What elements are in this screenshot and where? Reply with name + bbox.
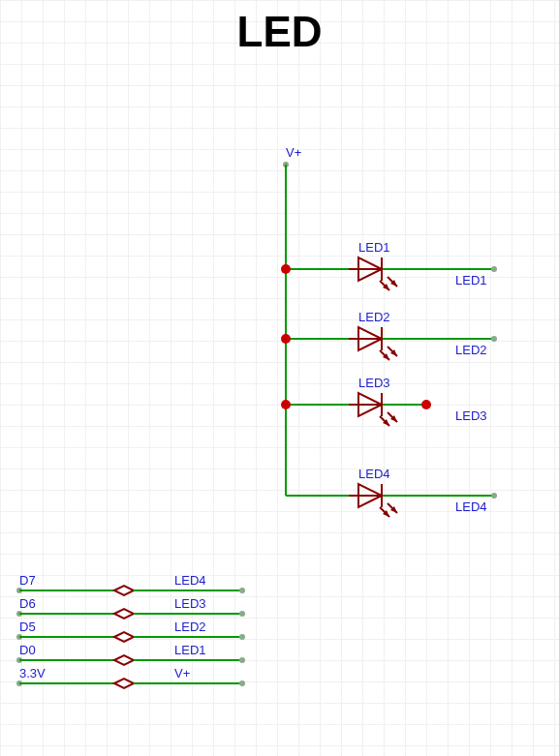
led3-extra-junction (421, 400, 431, 409)
conn2-right-label: LED2 (174, 620, 206, 634)
led1-terminal (491, 266, 497, 272)
conn3-left-label: D0 (19, 643, 36, 657)
led2-net: LED2 (455, 343, 487, 357)
led1-junction (281, 264, 291, 274)
led-symbol-1 (358, 257, 397, 290)
led-symbol-4 (358, 484, 397, 517)
conn4-right-label: V+ (174, 666, 190, 680)
led3-junction (281, 400, 291, 409)
conn1-diamond-icon (114, 609, 134, 619)
led2-junction (281, 334, 291, 344)
led3-ref: LED3 (358, 376, 390, 390)
led2-ref: LED2 (358, 310, 390, 324)
conn2-left-label: D5 (19, 620, 36, 634)
conn3-diamond-icon (114, 655, 134, 665)
led-symbol-3 (358, 393, 397, 426)
led1-ref: LED1 (358, 240, 390, 255)
conn4-diamond-icon (114, 679, 134, 688)
conn2-right-pin (239, 634, 245, 640)
led1-net: LED1 (455, 273, 487, 287)
led2-terminal (491, 336, 497, 342)
led4-ref: LED4 (358, 467, 390, 481)
conn0-right-label: LED4 (174, 573, 206, 588)
conn0-diamond-icon (114, 586, 134, 595)
conn1-right-pin (239, 611, 245, 617)
schematic-svg: V+ LED1 LED1 (0, 0, 559, 756)
conn3-right-pin (239, 657, 245, 663)
led4-terminal (491, 493, 497, 499)
conn4-right-pin (239, 680, 245, 686)
led3-net: LED3 (455, 408, 487, 423)
conn1-left-label: D6 (19, 596, 36, 611)
led4-net: LED4 (455, 499, 487, 514)
conn2-diamond-icon (114, 632, 134, 642)
conn3-right-label: LED1 (174, 643, 206, 657)
conn1-right-label: LED3 (174, 596, 206, 611)
conn4-left-label: 3.3V (19, 666, 46, 680)
led-symbol-2 (358, 327, 397, 360)
conn0-right-pin (239, 588, 245, 593)
conn0-left-label: D7 (19, 573, 36, 588)
vplus-label: V+ (286, 145, 301, 160)
